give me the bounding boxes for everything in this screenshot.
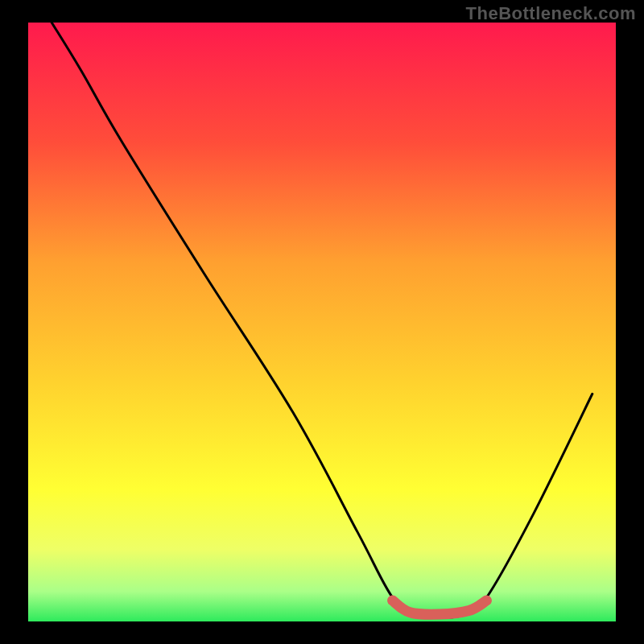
bottleneck-chart (0, 0, 644, 644)
gradient-background (28, 23, 616, 621)
watermark-text: TheBottleneck.com (466, 3, 636, 24)
chart-frame: TheBottleneck.com (0, 0, 644, 644)
